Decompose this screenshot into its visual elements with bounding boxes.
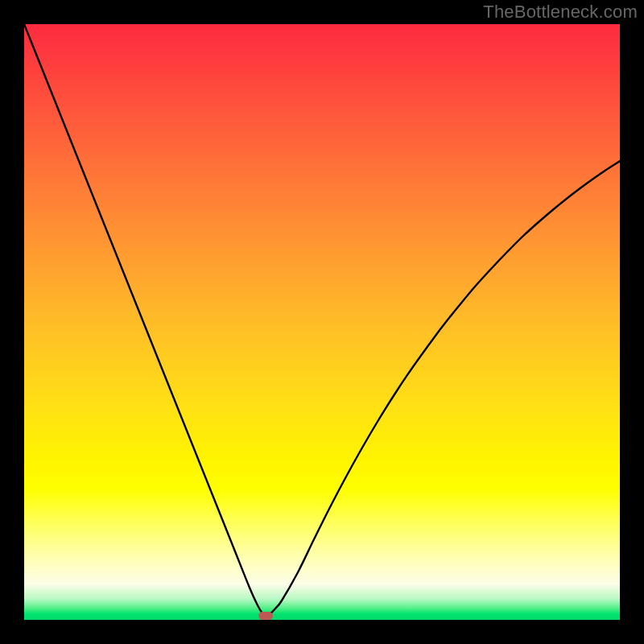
minimum-marker (258, 612, 273, 620)
curve-layer (24, 24, 620, 620)
watermark-text: TheBottleneck.com (483, 2, 638, 23)
chart-frame: TheBottleneck.com (0, 0, 644, 644)
bottleneck-curve (24, 24, 620, 616)
plot-area (24, 24, 620, 620)
